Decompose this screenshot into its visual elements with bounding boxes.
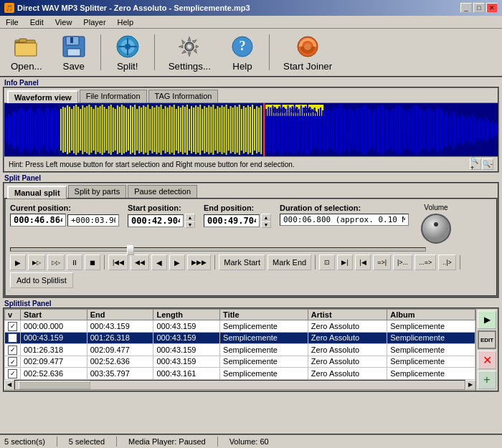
menu-edit[interactable]: Edit [27, 17, 47, 27]
fwd-button[interactable]: ▶ [169, 254, 185, 270]
tab-manual-split[interactable]: Manual split [7, 186, 67, 199]
help-button[interactable]: ? Help [223, 32, 262, 74]
table-row[interactable]: ✓ 002:52.636 003:35.797 000:43.161 Sempl… [5, 368, 475, 380]
menu-file[interactable]: File [3, 17, 22, 27]
splitlist-delete-button[interactable]: ✕ [478, 351, 496, 369]
checkbox-3[interactable]: ✓ [8, 357, 17, 366]
end-up-button[interactable]: ▲ [261, 214, 271, 221]
play-sel-button[interactable]: ▷▷ [47, 254, 65, 270]
tab-file-info[interactable]: File Information [80, 90, 147, 103]
checkbox-1[interactable]: ✓ [8, 333, 17, 343]
nav7-button[interactable]: ..|> [438, 254, 456, 270]
pause-button[interactable]: ⏸ [67, 254, 82, 270]
svg-rect-54 [82, 105, 83, 154]
nav3-button[interactable]: |◀ [355, 254, 371, 270]
add-splitlist-button[interactable]: Add to Splitlist [10, 272, 73, 288]
splitlist-play-button[interactable]: ▶ [478, 310, 496, 329]
start-down-button[interactable]: ▼ [185, 221, 195, 228]
nav2-button[interactable]: ▶| [337, 254, 353, 270]
h-scrollbar[interactable]: ◀ ▶ [4, 380, 475, 390]
current-position-inputs [10, 214, 119, 227]
volume-knob-container[interactable] [420, 213, 452, 244]
nav4-button[interactable]: =>| [373, 254, 391, 270]
checkbox-0[interactable]: ✓ [8, 322, 17, 331]
end-down-button[interactable]: ▼ [261, 221, 271, 228]
play-button[interactable]: ▶ [10, 254, 26, 270]
mark-end-button[interactable]: Mark End [267, 254, 311, 270]
svg-rect-112 [208, 105, 209, 154]
split-panel: Split Panel Manual split Split by parts … [3, 174, 499, 298]
open-button[interactable]: Open... [4, 32, 49, 74]
position-slider[interactable] [10, 247, 426, 252]
menu-player[interactable]: Player [80, 17, 108, 27]
rewind-button[interactable]: ◀◀ [131, 254, 149, 270]
joiner-button[interactable]: Start Joiner [277, 32, 338, 74]
scroll-right-button[interactable]: ▶ [465, 380, 475, 390]
col-artist[interactable]: Artist [308, 310, 387, 320]
scrollbar-thumb[interactable] [19, 381, 90, 389]
svg-rect-99 [180, 108, 181, 152]
back-step-button[interactable]: ◀ [151, 254, 167, 270]
mark-start-button[interactable]: Mark Start [219, 254, 265, 270]
menu-help[interactable]: Help [115, 17, 137, 27]
svg-rect-151 [290, 108, 291, 152]
splitlist-panel-label: Splitlist Panel [3, 300, 499, 308]
duration-input[interactable] [280, 214, 409, 226]
tab-split-by-parts[interactable]: Split by parts [68, 185, 127, 198]
svg-rect-165 [320, 108, 321, 152]
play-loop-button[interactable]: ▶▷ [28, 254, 45, 270]
save-button[interactable]: Save [55, 32, 93, 74]
svg-rect-87 [153, 108, 155, 152]
zoom-in-button[interactable]: 🔍+ [470, 158, 481, 170]
row-checkbox[interactable]: ✓ [5, 332, 21, 344]
nav1-button[interactable]: ⊡ [319, 254, 335, 270]
scroll-left-button[interactable]: ◀ [4, 380, 14, 390]
svg-rect-113 [210, 107, 212, 153]
settings-button[interactable]: Settings... [162, 32, 217, 74]
row-checkbox[interactable]: ✓ [5, 368, 21, 380]
row-checkbox[interactable]: ✓ [5, 356, 21, 368]
maximize-button[interactable]: □ [473, 3, 485, 13]
position-offset-input[interactable] [67, 214, 119, 227]
splitlist-add-button[interactable]: + [478, 371, 496, 389]
col-album[interactable]: Album [387, 310, 475, 320]
close-button[interactable]: ✕ [486, 3, 498, 13]
row-checkbox[interactable]: ✓ [5, 344, 21, 356]
split-button[interactable]: Split! [108, 32, 147, 74]
slider-thumb[interactable] [127, 245, 134, 255]
table-row[interactable]: ✓ 000:00.000 000:43.159 000:43.159 Sempl… [5, 320, 475, 333]
minimize-button[interactable]: _ [460, 3, 472, 13]
table-row[interactable]: ✓ 001:26.318 002:09.477 000:43.159 Sempl… [5, 344, 475, 356]
waveform-display[interactable]: 000:46.864 [4, 103, 498, 156]
svg-rect-128 [243, 106, 245, 153]
current-position-input[interactable] [10, 214, 66, 227]
table-row[interactable]: ✓ 002:09.477 002:52.636 000:43.159 Sempl… [5, 356, 475, 368]
nav5-button[interactable]: |>... [393, 254, 412, 270]
tab-tag-info[interactable]: TAG Information [148, 90, 219, 103]
menu-view[interactable]: View [52, 17, 75, 27]
tab-waveform[interactable]: Waveform view [7, 90, 78, 103]
svg-rect-29 [27, 109, 29, 151]
col-title[interactable]: Title [220, 310, 308, 320]
start-up-button[interactable]: ▲ [185, 214, 195, 221]
splitlist-edit-button[interactable]: EDIT [478, 330, 496, 349]
nav6-button[interactable]: ...=> [415, 254, 436, 270]
fwd-fast-button[interactable]: ▶▶▶ [187, 254, 211, 270]
end-position-input[interactable] [204, 214, 260, 227]
table-row[interactable]: ✓ 000:43.159 001:26.318 000:43.159 Sempl… [5, 332, 475, 344]
col-checked[interactable]: v [5, 310, 21, 320]
stop-button[interactable]: ⏹ [85, 254, 100, 270]
svg-rect-38 [47, 108, 49, 152]
tab-pause-detection[interactable]: Pause detection [128, 185, 197, 198]
checkbox-4[interactable]: ✓ [8, 369, 17, 378]
col-start[interactable]: Start [21, 310, 87, 320]
col-end[interactable]: End [87, 310, 153, 320]
zoom-out-button[interactable]: 🔍- [482, 158, 493, 170]
checkbox-2[interactable]: ✓ [8, 345, 17, 355]
col-length[interactable]: Length [153, 310, 220, 320]
row-checkbox[interactable]: ✓ [5, 320, 21, 333]
start-position-input[interactable] [128, 214, 184, 227]
svg-point-248 [434, 222, 438, 227]
row-artist: Zero Assoluto [308, 368, 387, 380]
go-start-button[interactable]: |◀◀ [108, 254, 128, 270]
